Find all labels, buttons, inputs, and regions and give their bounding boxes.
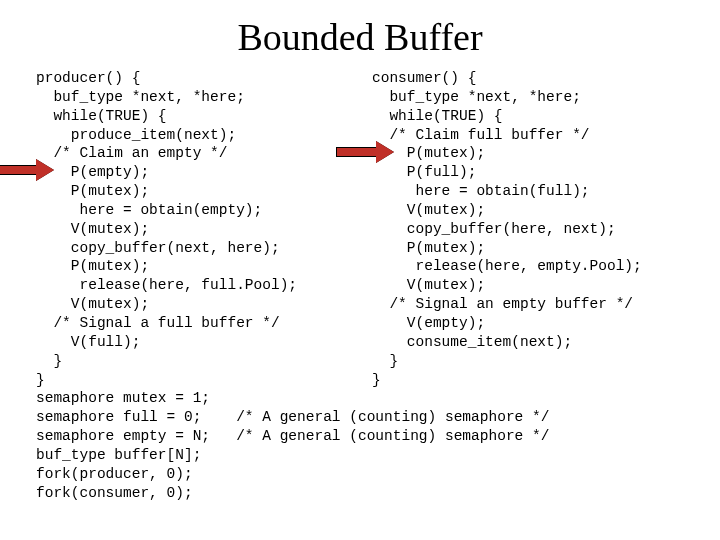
content-area: producer() { buf_type *next, *here; whil…: [0, 69, 720, 502]
arrow-icon: [0, 161, 54, 179]
arrow-icon: [336, 143, 394, 161]
consumer-code-block: consumer() { buf_type *next, *here; whil…: [372, 69, 684, 389]
slide-title: Bounded Buffer: [0, 15, 720, 59]
bottom-code-block: semaphore mutex = 1; semaphore full = 0;…: [36, 389, 684, 502]
producer-code-block: producer() { buf_type *next, *here; whil…: [36, 69, 348, 389]
